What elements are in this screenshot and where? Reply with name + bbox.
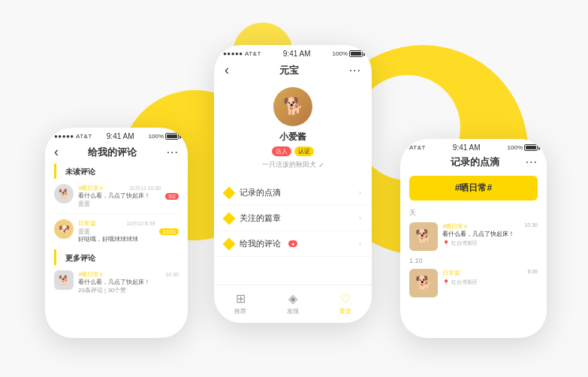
record-item-2[interactable]: 🐕 日常篇 8:39 📍 红台湾新区 [400,266,547,300]
comment-time-more: 10:30 [165,272,179,277]
profile-section: 🐕 小爱酱 达人 认证 一只活泼的秋田犬 ✓ [214,81,372,174]
hashtag-button[interactable]: #晒日常# [409,176,538,201]
more-button[interactable]: ··· [349,64,361,77]
comment-body-2: 日常篇 10月10 8:39 蛋蛋 好哒哦，好哦球球球球 [78,219,155,243]
pets-icon: ♡ [340,291,351,306]
time-center: 9:41 AM [283,50,311,58]
comment-tag-1: #晒日常# [78,184,103,192]
back-button-left[interactable]: ‹ [54,144,59,160]
diamond-icon-3 [223,237,236,250]
badge-verified: 认证 [294,146,314,156]
comment-item-1[interactable]: 🐕 #晒日常# 10月12 10:30 看什么看，几点了快起床！ 蛋蛋 9/2 [45,180,188,212]
bottom-nav-discover[interactable]: ◈ 发现 [287,291,299,315]
right-phone: AT&T 9:41 AM 100% 记录的点滴 ··· #晒日常# 天 🐕 #晒… [400,139,547,338]
pets-label: 爱宠 [339,307,351,315]
nav-title-right: 记录的点滴 [451,155,499,169]
menu-item-follow[interactable]: 关注的篇章 › [214,206,372,231]
record-time-1: 10:30 [524,222,538,231]
comment-item-more[interactable]: 🐕 #晒日常# 10:30 看什么看，几点了快起床！ 20条评论 | 30个赞 [45,267,188,298]
badge-expert: 达人 [272,146,291,156]
record-body-1: #晒日常# 10:30 看什么看，几点了快起床！ 📍 红台湾新区 [442,222,538,247]
status-bar-right: AT&T 9:41 AM 100% [400,139,547,153]
profile-name: 小爱酱 [279,131,306,143]
date-label-1: 天 [400,205,547,219]
more-button-left[interactable]: ··· [167,146,179,159]
comment-item-2[interactable]: 🐶 日常篇 10月10 8:39 蛋蛋 好哒哦，好哦球球球球 10/31 [45,216,188,247]
menu-label-comments: 给我的评论 [240,238,281,249]
location-icon-2: 📍 [442,279,450,286]
record-thumb-1: 🐕 [409,222,438,251]
comment-avatar-1: 🐕 [54,184,74,204]
comment-tag-more: #晒日常# [78,270,103,279]
menu-label-follow: 关注的篇章 [240,213,281,224]
nav-title: 元宝 [279,64,299,77]
record-location-1: 📍 红台湾新区 [442,240,538,247]
read-badge-2: 10/31 [159,228,179,235]
comment-avatar-more: 🐕 [54,270,74,290]
profile-sub-text: 一只活泼的秋田犬 [262,160,316,170]
recommend-icon: ⊞ [236,291,246,306]
profile-badges: 达人 认证 [272,146,314,156]
comment-tag-2: 日常篇 [78,219,96,228]
arrow-icon-1: › [359,188,361,197]
right-nav: 记录的点滴 ··· [400,153,547,171]
comment-content-more: 看什么看，几点了快起床！ [78,279,179,286]
menu-item-left: 记录的点滴 [225,187,281,198]
arrow-icon-2: › [359,214,361,222]
comment-body-1: #晒日常# 10月12 10:30 看什么看，几点了快起床！ 蛋蛋 [78,184,161,208]
record-location-2: 📍 红台湾新区 [442,279,538,286]
bottom-nav-recommend[interactable]: ⊞ 推荐 [234,291,246,315]
menu-item-left-2: 关注的篇章 [225,213,281,224]
comment-time-1: 10月12 10:30 [129,185,161,192]
discover-icon: ◈ [288,291,297,306]
menu-list: 记录的点滴 › 关注的篇章 › 给我的评论 ● › [214,174,372,263]
comment-sub-more: 20条评论 | 30个赞 [78,286,179,294]
arrow-icon-3: › [359,240,361,248]
battery-percent: 100% [333,50,348,57]
signal-right: AT&T [409,144,426,151]
more-comments-header: 更多评论 [54,249,179,265]
center-nav: ‹ 元宝 ··· [214,59,372,81]
bottom-nav-pets[interactable]: ♡ 爱宠 [339,291,351,315]
divider-1 [54,213,179,214]
comment-content-1: 看什么看，几点了快起床！ [78,192,161,200]
unread-badge-1: 9/2 [165,193,179,200]
recommend-label: 推荐 [234,307,246,315]
left-nav: ‹ 给我的评论 ··· [45,142,188,162]
center-phone: ●●●●● AT&T 9:41 AM 100% ‹ 元宝 ··· 🐕 小爱酱 达… [214,45,372,323]
more-button-right[interactable]: ··· [526,155,538,169]
record-time-2: 8:39 [527,269,538,277]
avatar-image: 🐕 [273,87,312,126]
left-phone: ●●●●● AT&T 9:41 AM 100% ‹ 给我的评论 ··· 未读评论… [45,128,188,338]
diamond-icon-1 [223,186,236,199]
battery-right: 100% [508,144,538,151]
location-text-2: 红台湾新区 [451,279,478,286]
time-right: 9:41 AM [453,143,481,152]
comment-user-2: 蛋蛋 [78,228,155,236]
comment-user-1: 蛋蛋 [78,200,161,208]
menu-label-records: 记录的点滴 [240,187,281,198]
signal-left: ●●●●● AT&T [223,50,261,57]
record-item-1[interactable]: 🐕 #晒日常# 10:30 看什么看，几点了快起床！ 📍 红台湾新区 [400,219,547,254]
time-left: 9:41 AM [107,132,134,140]
battery-left: 100% [149,133,179,140]
avatar: 🐕 [273,87,312,126]
status-bar-center: ●●●●● AT&T 9:41 AM 100% [214,45,372,59]
unread-header: 未读评论 [54,164,179,179]
comment-content-2: 好哒哦，好哦球球球球 [78,236,155,243]
comment-body-more: #晒日常# 10:30 看什么看，几点了快起床！ 20条评论 | 30个赞 [78,270,179,294]
status-bar-left: ●●●●● AT&T 9:41 AM 100% [45,128,188,142]
record-tag-1: #晒日常# [442,222,467,231]
battery-icon [349,50,363,57]
comment-badge: ● [288,240,297,247]
menu-item-records[interactable]: 记录的点滴 › [214,180,372,206]
battery-icon-left [165,133,179,140]
menu-item-comments[interactable]: 给我的评论 ● › [214,231,372,257]
nav-title-left: 给我的评论 [88,146,137,159]
location-text-1: 红台湾新区 [451,240,478,247]
profile-sub: 一只活泼的秋田犬 ✓ [262,160,324,170]
back-button[interactable]: ‹ [225,62,229,78]
record-tag-2: 日常篇 [442,269,460,277]
location-icon-1: 📍 [442,240,450,247]
record-body-2: 日常篇 8:39 📍 红台湾新区 [442,269,538,286]
